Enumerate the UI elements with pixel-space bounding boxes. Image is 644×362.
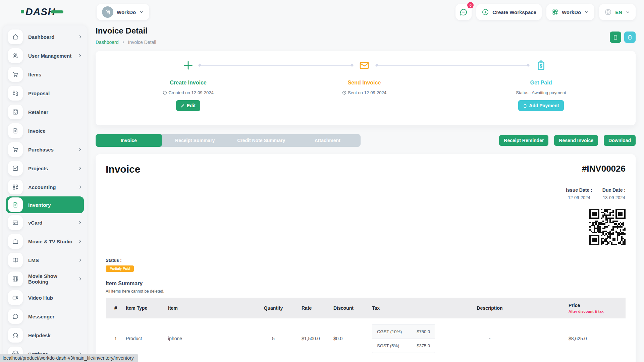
logo-bar <box>51 10 63 13</box>
file-text-icon <box>8 123 23 138</box>
sidebar-item-helpdesk[interactable]: Helpdesk <box>3 326 87 345</box>
invoice-dates: Issue Date : 12-09-2024 Due Date : 13-09… <box>106 187 626 200</box>
globe-icon <box>604 8 612 16</box>
users-icon <box>8 48 23 63</box>
edit-invoice-button[interactable]: Edit <box>176 100 200 111</box>
chat-icon <box>460 8 468 16</box>
tab-invoice[interactable]: Invoice <box>96 134 162 147</box>
book-icon <box>8 253 23 267</box>
breadcrumb-current: Invoice Detail <box>128 40 156 45</box>
status-badge: Partialy Paid <box>106 265 134 272</box>
item-summary-table: # Item Type Item Quantity Rate Discount … <box>106 298 626 359</box>
chevron-right-icon <box>78 277 83 281</box>
cart-icon <box>8 67 23 82</box>
apps-menu-button[interactable]: WorkDo <box>546 4 594 20</box>
sidebar-item-proposal[interactable]: Proposal <box>3 84 87 103</box>
tab-receipt-summary[interactable]: Receipt Summary <box>162 134 228 147</box>
pencil-icon <box>181 104 185 108</box>
chevron-right-icon <box>78 53 83 58</box>
item-summary-title: Item Summary <box>106 281 626 287</box>
sidebar-item-items[interactable]: Items <box>3 65 87 84</box>
item-summary-note: All items here cannot be deleted. <box>106 289 626 294</box>
sidebar-item-movie-tv-studio[interactable]: Movie & TV Studio <box>3 232 87 251</box>
sidebar-item-accounting[interactable]: Accounting <box>3 178 87 196</box>
sidebar-item-video-hub[interactable]: Video Hub <box>3 288 87 307</box>
chevron-right-icon <box>78 220 83 225</box>
workspace-selector[interactable]: WorkDo <box>97 4 149 20</box>
receipt-reminder-button[interactable]: Receipt Reminder <box>499 135 548 146</box>
issue-date: Issue Date : 12-09-2024 <box>566 187 592 200</box>
step-subtitle: Sent on 12-09-2024 <box>294 90 435 95</box>
grid-plus-icon <box>8 180 23 194</box>
video-icon <box>8 290 23 305</box>
download-button[interactable]: Download <box>604 135 636 146</box>
file-icon <box>613 35 618 40</box>
tab-credit-note-summary[interactable]: Credit Note Summary <box>228 134 294 147</box>
language-selector[interactable]: EN <box>599 4 636 20</box>
sidebar-item-projects[interactable]: Projects <box>3 159 87 178</box>
resend-invoice-button[interactable]: Resend Invoice <box>554 135 598 146</box>
tax-line: SGST (5%) $375.0 <box>372 339 435 353</box>
sidebar-item-invoice[interactable]: Invoice <box>3 121 87 140</box>
workspace-avatar <box>102 6 113 18</box>
sidebar-item-retainer[interactable]: Retainer <box>3 103 87 121</box>
due-date: Due Date : 13-09-2024 <box>602 187 626 200</box>
film-icon <box>8 272 23 286</box>
sidebar-item-messenger[interactable]: Messenger <box>3 307 87 326</box>
cart-icon <box>8 142 23 157</box>
top-header: DASH WorkDo 0 Create Workspace <box>0 0 644 24</box>
clipboard-dollar-icon <box>471 58 611 72</box>
price-subheader: After discount & tax <box>569 309 626 313</box>
step-create-invoice: Create Invoice Created on 12-09-2024 Edi… <box>118 58 259 111</box>
mail-icon <box>294 58 435 72</box>
chevron-down-icon <box>626 10 630 14</box>
status-label: Status : <box>106 258 626 263</box>
chevron-down-icon <box>139 10 144 14</box>
home-icon <box>8 29 23 44</box>
divider <box>106 182 626 182</box>
create-workspace-label: Create Workspace <box>492 9 536 15</box>
invoice-progress-card: Create Invoice Created on 12-09-2024 Edi… <box>96 51 636 125</box>
sidebar-item-inventory[interactable]: Inventory <box>6 196 84 213</box>
tax-breakdown: CGST (10%) $750.0 SGST (5%) $375.0 <box>372 324 435 353</box>
create-workspace-button[interactable]: Create Workspace <box>476 4 542 20</box>
chevron-right-icon <box>78 185 83 189</box>
check-square-icon <box>8 161 23 176</box>
sidebar-item-lms[interactable]: LMS <box>3 251 87 269</box>
clock-icon <box>342 90 346 95</box>
sidebar-item-purchases[interactable]: Purchases <box>3 140 87 159</box>
breadcrumb-dashboard-link[interactable]: Dashboard <box>96 40 119 45</box>
table-row: 1 Product iphone 5 $1,500.0 $0.0 CGST (1… <box>106 318 626 359</box>
sidebar-item-user-management[interactable]: User Management <box>3 46 87 65</box>
table-header: # Item Type Item Quantity Rate Discount … <box>106 298 626 318</box>
add-payment-button[interactable]: Add Payment <box>518 100 564 111</box>
page-title: Invoice Detail <box>96 26 636 36</box>
invoice-heading: Invoice <box>106 164 140 175</box>
export-invoice-button[interactable] <box>610 32 621 43</box>
file-icon <box>8 197 23 212</box>
clipboard-icon <box>627 35 633 40</box>
invoice-detail-card: Invoice #INV00026 Issue Date : 12-09-202… <box>96 154 636 362</box>
price-header: Price After discount & tax <box>545 299 626 317</box>
step-get-paid: Get Paid Status : Awaiting payment Add P… <box>471 58 611 111</box>
sidebar-item-vcard[interactable]: vCard <box>3 213 87 232</box>
sidebar-item-movie-show-booking[interactable]: Movie Show Booking <box>3 269 87 288</box>
tax-line: CGST (10%) $750.0 <box>372 325 435 339</box>
building-icon <box>105 9 111 15</box>
tab-attachment[interactable]: Attachment <box>294 134 361 147</box>
credit-card-icon <box>8 215 23 230</box>
step-title: Get Paid <box>471 80 611 86</box>
chevron-right-icon <box>78 239 83 244</box>
app-logo[interactable]: DASH <box>21 6 63 17</box>
chevron-down-icon <box>584 10 589 14</box>
invoice-actions: Receipt Reminder Resend Invoice Download <box>499 135 636 146</box>
grid-plus-icon <box>552 9 558 15</box>
chat-badge: 0 <box>467 2 474 8</box>
copy-invoice-button[interactable] <box>624 32 636 43</box>
sidebar-item-dashboard[interactable]: Dashboard <box>3 27 87 46</box>
clock-icon <box>163 90 167 95</box>
step-title: Create Invoice <box>118 80 259 86</box>
chat-button[interactable]: 0 <box>455 4 472 20</box>
apps-menu-label: WorkDo <box>562 9 581 15</box>
step-subtitle: Created on 12-09-2024 <box>118 90 259 95</box>
